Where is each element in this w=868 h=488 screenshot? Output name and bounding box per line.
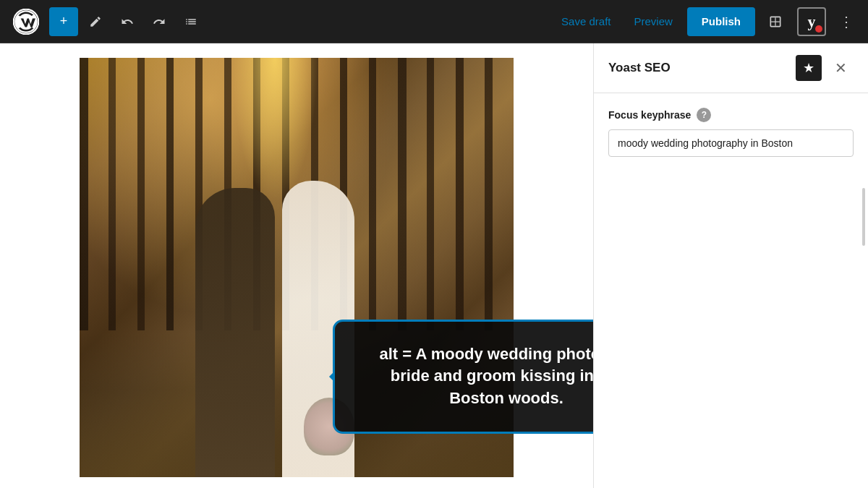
- undo-button[interactable]: [113, 7, 142, 36]
- editor-area: alt = A moody wedding photo of a bride a…: [0, 43, 593, 488]
- layout-button[interactable]: [761, 7, 790, 36]
- redo-button[interactable]: [145, 7, 174, 36]
- sidebar-title: Yoast SEO: [608, 61, 790, 75]
- sidebar-scrollbar[interactable]: [862, 188, 865, 246]
- sidebar-header: Yoast SEO ★ ✕: [594, 43, 868, 93]
- yoast-notification-dot: [815, 25, 822, 33]
- focus-keyphrase-label: Focus keyphrase ?: [608, 108, 854, 122]
- alt-text-tooltip: alt = A moody wedding photo of a bride a…: [333, 320, 593, 434]
- preview-button[interactable]: Preview: [625, 9, 681, 33]
- save-draft-button[interactable]: Save draft: [553, 9, 619, 33]
- focus-keyphrase-text: Focus keyphrase: [608, 109, 691, 121]
- focus-keyphrase-input[interactable]: [608, 129, 854, 157]
- add-block-button[interactable]: +: [49, 7, 78, 36]
- more-options-button[interactable]: ⋮: [833, 9, 859, 35]
- yoast-plugin-button[interactable]: y: [796, 6, 827, 38]
- help-icon[interactable]: ?: [697, 108, 711, 122]
- yoast-icon: y: [797, 7, 826, 36]
- image-block[interactable]: alt = A moody wedding photo of a bride a…: [80, 58, 514, 477]
- yoast-seo-sidebar: Yoast SEO ★ ✕ Focus keyphrase ?: [593, 43, 868, 488]
- main-area: alt = A moody wedding photo of a bride a…: [0, 43, 868, 488]
- alt-text-content: alt = A moody wedding photo of a bride a…: [380, 345, 593, 408]
- list-view-button[interactable]: [176, 7, 205, 36]
- sidebar-star-button[interactable]: ★: [796, 55, 822, 81]
- editor-toolbar: + Save draft Preview Publish y ⋮: [0, 0, 868, 43]
- edit-button[interactable]: [81, 7, 110, 36]
- publish-button[interactable]: Publish: [687, 7, 755, 36]
- wordpress-logo[interactable]: [9, 0, 43, 43]
- sidebar-close-button[interactable]: ✕: [827, 55, 854, 81]
- sidebar-content: Focus keyphrase ?: [594, 93, 868, 171]
